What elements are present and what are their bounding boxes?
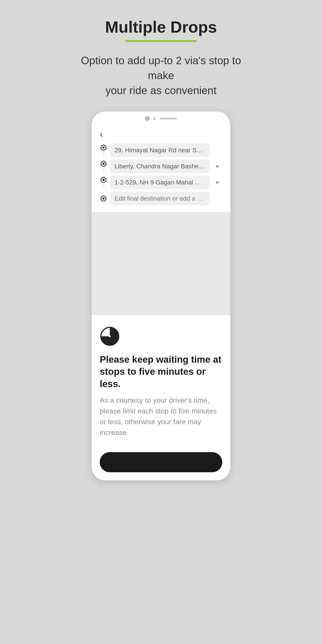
info-heading: Please keep waiting time at stops to fiv… [100,354,222,390]
svg-point-1 [109,336,111,337]
stop-input-1[interactable] [110,143,210,157]
phone-dot [154,118,156,120]
bottom-area [92,447,230,480]
confirm-button[interactable] [100,452,222,472]
title-underline [125,40,197,42]
stop-dot-inner-4 [102,198,105,200]
stop-dot-4 [100,196,106,202]
phone-dots [154,118,156,120]
phone-content: ‹ [92,125,230,480]
page-subtitle: Option to add up-to 2 via's stop to make… [74,53,248,98]
stop-dot-inner-3 [102,179,105,181]
stop-dot-3 [100,177,106,183]
phone-mockup: ‹ [92,112,230,480]
info-section: Please keep waiting time at stops to fiv… [92,315,230,447]
stop-remove-btn-2[interactable]: × [212,162,222,171]
stop-icon-col-2 [100,161,107,172]
clock-icon-wrap [100,326,222,347]
page-header: Multiple Drops Option to add up-to 2 via… [74,18,248,98]
stop-dot-inner-2 [102,162,105,165]
stop-remove-btn-3[interactable]: × [212,178,222,188]
stop-dot-1 [100,145,106,150]
app-header: ‹ [92,125,230,141]
page-title: Multiple Drops [74,18,248,36]
stop-row-3: × [100,176,222,190]
stops-container: × × [92,141,230,212]
stop-dot-2 [100,161,106,166]
stop-icon-col-4 [100,196,107,202]
stop-input-2[interactable] [110,160,210,173]
stop-connector-3 [103,183,104,188]
stop-dot-inner-1 [102,146,105,149]
stop-row-4 [100,192,222,206]
stop-input-4[interactable] [110,192,210,206]
stop-icon-col-1 [100,145,107,156]
stop-connector-2 [103,167,104,171]
stop-connector-1 [103,151,104,155]
map-area [92,212,230,315]
stop-row-2: × [100,160,222,173]
phone-top-bar [92,112,230,125]
phone-speaker [159,118,177,120]
stop-row-1 [100,143,222,157]
clock-icon [100,326,120,346]
info-body: As a courtesy to your driver's time, ple… [100,395,222,438]
back-button[interactable]: ‹ [100,129,103,139]
stop-icon-col-3 [100,177,107,188]
stop-input-3[interactable] [110,176,210,190]
phone-camera-icon [145,116,150,121]
